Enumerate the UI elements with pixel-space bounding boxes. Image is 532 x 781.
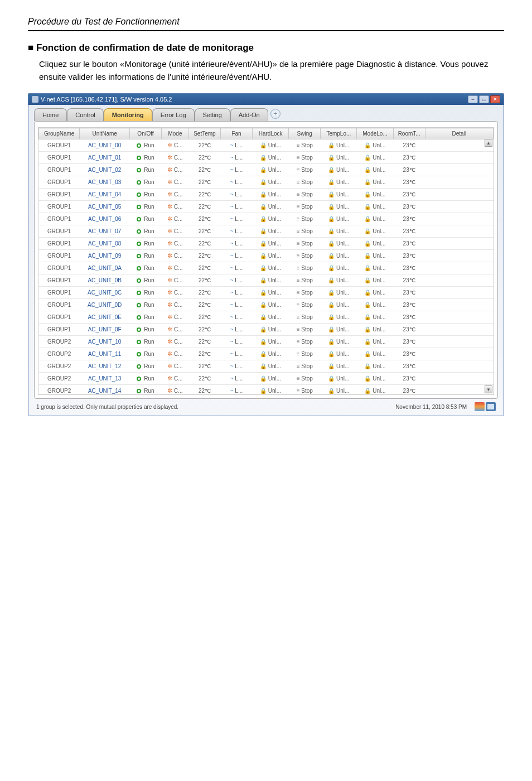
- cell-modelo: 🔒 Unl...: [357, 238, 393, 250]
- cell-swing: ≡ Stop: [289, 299, 321, 311]
- table-row[interactable]: GROUP1AC_UNIT_0E Run✲ C...22℃~ L...🔒 Unl…: [39, 311, 494, 324]
- swing-icon: ≡: [297, 302, 300, 308]
- cell-swing: ≡ Stop: [289, 225, 321, 238]
- cell-detail: [425, 238, 493, 250]
- cell-mode: ✲ C...: [162, 348, 189, 360]
- maximize-button[interactable]: ▭: [479, 95, 489, 103]
- col-header[interactable]: Detail: [425, 128, 493, 139]
- table-row[interactable]: GROUP1AC_UNIT_09 Run✲ C...22℃~ L...🔒 Unl…: [39, 250, 494, 262]
- table-row[interactable]: GROUP1AC_UNIT_03 Run✲ C...22℃~ L...🔒 Unl…: [39, 176, 494, 189]
- table-row[interactable]: GROUP2AC_UNIT_12 Run✲ C...22℃~ L...🔒 Unl…: [39, 360, 494, 373]
- titlebar[interactable]: V-net ACS [165.186.42.171], S/W version …: [28, 94, 504, 105]
- scroll-down-button[interactable]: ▼: [485, 385, 492, 393]
- cell-roomt: 23℃: [393, 360, 425, 373]
- table-row[interactable]: GROUP1AC_UNIT_0F Run✲ C...22℃~ L...🔒 Unl…: [39, 324, 494, 336]
- cell-modelo: 🔒 Unl...: [357, 299, 393, 311]
- col-header[interactable]: GroupName: [39, 128, 80, 139]
- swing-icon: ≡: [297, 314, 300, 320]
- table-row[interactable]: GROUP1AC_UNIT_08 Run✲ C...22℃~ L...🔒 Unl…: [39, 238, 494, 250]
- cell-detail: [425, 262, 493, 274]
- cell-detail: [425, 139, 493, 152]
- minimize-button[interactable]: –: [468, 95, 478, 103]
- cell-onoff: Run: [129, 348, 161, 360]
- table-row[interactable]: GROUP1AC_UNIT_0D Run✲ C...22℃~ L...🔒 Unl…: [39, 299, 494, 311]
- cell-onoff: Run: [129, 250, 161, 262]
- cell-settemp: 22℃: [188, 189, 220, 201]
- cell-swing: ≡ Stop: [289, 348, 321, 360]
- status-monitor-icon[interactable]: [486, 402, 496, 411]
- lock-icon: 🔒: [364, 240, 371, 247]
- scroll-up-button[interactable]: ▲: [485, 139, 492, 147]
- col-header[interactable]: HardLock: [253, 128, 289, 139]
- table-row[interactable]: GROUP1AC_UNIT_06 Run✲ C...22℃~ L...🔒 Unl…: [39, 213, 494, 225]
- status-time: November 11, 2010 8:53 PM: [395, 404, 467, 410]
- lock-icon: 🔒: [260, 351, 267, 357]
- table-row[interactable]: GROUP1AC_UNIT_0A Run✲ C...22℃~ L...🔒 Unl…: [39, 262, 494, 274]
- table-row[interactable]: GROUP1AC_UNIT_07 Run✲ C...22℃~ L...🔒 Unl…: [39, 225, 494, 238]
- col-header[interactable]: RoomT...: [393, 128, 425, 139]
- table-row[interactable]: GROUP2AC_UNIT_14 Run✲ C...22℃~ L...🔒 Unl…: [39, 385, 494, 396]
- table-row[interactable]: GROUP1AC_UNIT_0B Run✲ C...22℃~ L...🔒 Unl…: [39, 274, 494, 287]
- col-header[interactable]: On/Off: [129, 128, 161, 139]
- table-row[interactable]: GROUP1AC_UNIT_02 Run✲ C...22℃~ L...🔒 Unl…: [39, 164, 494, 176]
- tab-add-button[interactable]: +: [270, 109, 280, 119]
- cell-detail: [425, 287, 493, 299]
- cell-roomt: 23℃: [393, 299, 425, 311]
- unit-table-wrap: GroupNameUnitNameOn/OffModeSetTempFanHar…: [38, 127, 494, 395]
- lock-icon: 🔒: [328, 167, 335, 173]
- cell-onoff: Run: [129, 164, 161, 176]
- cell-modelo: 🔒 Unl...: [357, 385, 393, 396]
- lock-icon: 🔒: [260, 167, 267, 173]
- lock-icon: 🔒: [328, 240, 335, 247]
- status-bar: 1 group is selected. Only mutual propert…: [31, 399, 501, 413]
- cell-roomt: 23℃: [393, 324, 425, 336]
- tab-control[interactable]: Control: [67, 108, 103, 121]
- col-header[interactable]: UnitName: [80, 128, 130, 139]
- lock-icon: 🔒: [328, 388, 335, 394]
- cell-unit: AC_UNIT_10: [80, 336, 130, 348]
- col-header[interactable]: Mode: [162, 128, 189, 139]
- cell-swing: ≡ Stop: [289, 201, 321, 213]
- cell-onoff: Run: [129, 274, 161, 287]
- col-header[interactable]: ModeLo...: [357, 128, 393, 139]
- mode-icon: ✲: [167, 215, 172, 222]
- table-row[interactable]: GROUP1AC_UNIT_01 Run✲ C...22℃~ L...🔒 Unl…: [39, 152, 494, 164]
- col-header[interactable]: Swing: [289, 128, 321, 139]
- cell-roomt: 23℃: [393, 152, 425, 164]
- table-row[interactable]: GROUP1AC_UNIT_04 Run✲ C...22℃~ L...🔒 Unl…: [39, 189, 494, 201]
- cell-settemp: 22℃: [188, 201, 220, 213]
- cell-fan: ~ L...: [220, 213, 252, 225]
- cell-fan: ~ L...: [220, 238, 252, 250]
- lock-icon: 🔒: [328, 351, 335, 357]
- table-row[interactable]: GROUP2AC_UNIT_13 Run✲ C...22℃~ L...🔒 Unl…: [39, 373, 494, 385]
- cell-roomt: 23℃: [393, 176, 425, 189]
- col-header[interactable]: SetTemp: [188, 128, 220, 139]
- table-row[interactable]: GROUP1AC_UNIT_00 Run✲ C...22℃~ L...🔒 Unl…: [39, 139, 494, 152]
- close-button[interactable]: ✕: [490, 95, 500, 103]
- cell-unit: AC_UNIT_0E: [80, 311, 130, 324]
- cell-unit: AC_UNIT_00: [80, 139, 130, 152]
- status-flag-icon[interactable]: [475, 402, 485, 411]
- cell-hardlock: 🔒 Unl...: [253, 299, 289, 311]
- cell-onoff: Run: [129, 385, 161, 396]
- col-header[interactable]: TempLo...: [321, 128, 357, 139]
- cell-group: GROUP1: [39, 139, 80, 152]
- cell-roomt: 23℃: [393, 311, 425, 324]
- mode-icon: ✲: [167, 179, 172, 185]
- tab-setting[interactable]: Setting: [195, 108, 230, 121]
- table-row[interactable]: GROUP2AC_UNIT_10 Run✲ C...22℃~ L...🔒 Unl…: [39, 336, 494, 348]
- table-row[interactable]: GROUP1AC_UNIT_0C Run✲ C...22℃~ L...🔒 Unl…: [39, 287, 494, 299]
- tab-error-log[interactable]: Error Log: [152, 108, 195, 121]
- cell-settemp: 22℃: [188, 238, 220, 250]
- tab-home[interactable]: Home: [34, 108, 67, 121]
- tab-add-on[interactable]: Add-On: [230, 108, 268, 121]
- lock-icon: 🔒: [364, 290, 371, 296]
- tab-monitoring[interactable]: Monitoring: [104, 108, 152, 121]
- table-row[interactable]: GROUP1AC_UNIT_05 Run✲ C...22℃~ L...🔒 Unl…: [39, 201, 494, 213]
- table-row[interactable]: GROUP2AC_UNIT_11 Run✲ C...22℃~ L...🔒 Unl…: [39, 348, 494, 360]
- mode-icon: ✲: [167, 277, 172, 283]
- cell-group: GROUP1: [39, 262, 80, 274]
- cell-group: GROUP1: [39, 311, 80, 324]
- cell-hardlock: 🔒 Unl...: [253, 311, 289, 324]
- col-header[interactable]: Fan: [220, 128, 252, 139]
